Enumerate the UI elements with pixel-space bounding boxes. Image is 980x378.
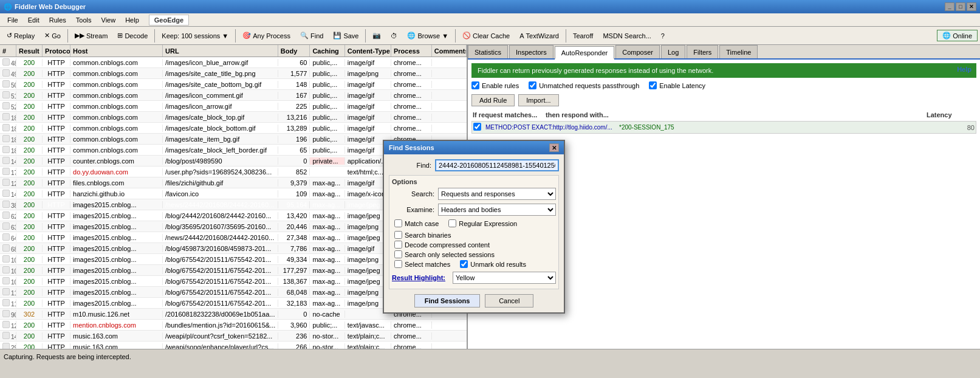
row-host: common.cnblogs.com	[70, 70, 163, 77]
camera-button[interactable]: 📷	[368, 29, 385, 43]
menu-view[interactable]: View	[97, 15, 121, 25]
row-url: /bundles/mention.js?id=20160615&...	[163, 321, 278, 329]
col-header-body[interactable]: Body	[278, 45, 310, 57]
tab-filters[interactable]: Filters	[687, 45, 718, 58]
search-select[interactable]: Requests and responses	[438, 188, 556, 200]
tab-inspectors[interactable]: Inspectors	[509, 45, 553, 58]
match-case-input[interactable]	[394, 219, 402, 227]
search-binaries-input[interactable]	[394, 231, 402, 239]
enable-latency-checkbox[interactable]: Enable Latency	[649, 81, 705, 89]
rule-checkbox[interactable]	[473, 123, 485, 132]
decode-compressed-input[interactable]	[394, 241, 402, 249]
browse-button[interactable]: 🌐 Browse ▼	[403, 29, 453, 43]
col-header-protocol[interactable]: Protocol	[43, 45, 70, 57]
table-row[interactable]: 14 200 HTTP music.163.com /weapi/pl/coun…	[0, 331, 467, 342]
find-dialog-title-text: Find Sessions	[389, 144, 434, 151]
tab-timeline[interactable]: Timeline	[719, 45, 758, 58]
col-header-url[interactable]: URL	[163, 45, 278, 57]
save-button[interactable]: 💾 Save	[329, 29, 363, 43]
tearoff-button[interactable]: Tearoff	[569, 29, 597, 43]
row-protocol: HTTP	[43, 212, 70, 219]
unmark-checkbox[interactable]: Unmark old results	[457, 260, 526, 268]
match-case-checkbox[interactable]: Match case	[392, 219, 439, 227]
clear-cache-button[interactable]: 🚫 Clear Cache	[458, 29, 514, 43]
enable-rules-checkbox[interactable]: Enable rules	[471, 81, 519, 89]
row-url: /images/site_cate_title_bg.png	[163, 70, 278, 77]
table-row[interactable]: 50 200 HTTP common.cnblogs.com /images/s…	[0, 79, 467, 90]
maximize-button[interactable]: □	[956, 2, 965, 11]
unmatched-passthrough-checkbox[interactable]: Unmatched requests passthrough	[529, 81, 639, 89]
menu-help[interactable]: Help	[120, 15, 144, 25]
table-row[interactable]: 51 200 HTTP common.cnblogs.com /images/i…	[0, 90, 467, 101]
tab-statistics[interactable]: Statistics	[468, 45, 508, 58]
import-button[interactable]: Import...	[518, 94, 558, 106]
row-content-type: image/png	[345, 70, 391, 77]
select-matches-checkbox[interactable]: Select matches	[392, 260, 450, 268]
geoedge-plugin[interactable]: GeoEdge	[149, 15, 189, 26]
col-header-caching[interactable]: Caching	[310, 45, 344, 57]
row-host: images2015.cnblog...	[70, 289, 163, 296]
minimize-button[interactable]: _	[945, 2, 954, 11]
menu-rules[interactable]: Rules	[44, 15, 71, 25]
col-header-host[interactable]: Host	[70, 45, 163, 57]
table-row[interactable]: 29 200 HTTP music.163.com /weapi/song/en…	[0, 342, 467, 349]
row-caching: public,...	[310, 103, 344, 110]
tab-log[interactable]: Log	[661, 45, 685, 58]
help-link[interactable]: Help	[952, 63, 976, 75]
decode-button[interactable]: ⊞ Decode	[113, 29, 152, 43]
msdn-search-button[interactable]: MSDN Search...	[598, 29, 655, 43]
find-input[interactable]	[435, 159, 559, 171]
menu-edit[interactable]: Edit	[23, 15, 44, 25]
add-rule-button[interactable]: Add Rule	[471, 94, 515, 106]
replay-button[interactable]: ↺ Replay	[2, 29, 39, 43]
then-label: then respond with...	[546, 111, 927, 119]
regex-checkbox[interactable]: Regular Expression	[446, 219, 517, 227]
table-row[interactable]: 52 200 HTTP common.cnblogs.com /images/i…	[0, 101, 467, 112]
row-content-type: image/gif	[345, 59, 391, 66]
table-row[interactable]: 182 200 HTTP common.cnblogs.com /images/…	[0, 123, 467, 134]
any-process-button[interactable]: 🎯 Any Process	[238, 29, 295, 43]
table-row[interactable]: 48 200 HTTP common.cnblogs.com /images/i…	[0, 57, 467, 68]
row-protocol: HTTP	[43, 201, 70, 208]
help-icon-button[interactable]: ?	[657, 29, 669, 43]
col-header-content-type[interactable]: Content-Type	[345, 45, 391, 57]
search-selected-input[interactable]	[394, 250, 402, 258]
go-button[interactable]: ✕ Go	[40, 29, 65, 43]
unmatched-passthrough-input[interactable]	[529, 81, 536, 89]
examine-select[interactable]: Headers and bodies	[438, 204, 556, 216]
unmark-input[interactable]	[460, 260, 468, 268]
enable-latency-input[interactable]	[649, 81, 657, 89]
menu-file[interactable]: File	[2, 15, 23, 25]
table-row[interactable]: 122 200 HTTP mention.cnblogs.com /bundle…	[0, 320, 467, 331]
table-row[interactable]: 181 200 HTTP common.cnblogs.com /images/…	[0, 112, 467, 123]
search-binaries-checkbox[interactable]: Search binaries	[392, 231, 556, 239]
decode-compressed-checkbox[interactable]: Decode compressed content	[392, 241, 556, 249]
menu-tools[interactable]: Tools	[71, 15, 97, 25]
enable-rules-input[interactable]	[471, 81, 479, 89]
close-button[interactable]: ✕	[967, 2, 976, 11]
find-button[interactable]: 🔍 Find	[296, 29, 327, 43]
row-url: /news/24442/201608/24442-20160...	[163, 234, 278, 241]
find-sessions-button[interactable]: Find Sessions	[414, 294, 481, 308]
select-matches-input[interactable]	[394, 260, 402, 268]
cancel-button[interactable]: Cancel	[485, 294, 533, 308]
col-header-process[interactable]: Process	[391, 45, 432, 57]
row-num: 68	[0, 244, 16, 253]
text-wizard-button[interactable]: A TextWizard	[515, 29, 563, 43]
find-dialog-close-button[interactable]: ✕	[549, 143, 559, 152]
status-bar: Capturing. Requests are being intercepte…	[0, 349, 980, 363]
tab-autoresponder[interactable]: AutoResponder	[555, 46, 614, 60]
regex-input[interactable]	[448, 219, 456, 227]
result-highlight-select[interactable]: Yellow	[453, 272, 556, 284]
col-header-comments[interactable]: Comments	[432, 45, 467, 57]
ar-rule-row[interactable]: METHOD:POST EXACT:http://tlog.hiido.com/…	[471, 121, 976, 134]
stream-button[interactable]: ▶▶ Stream	[70, 29, 112, 43]
table-row[interactable]: 49 200 HTTP common.cnblogs.com /images/s…	[0, 68, 467, 79]
tab-composer[interactable]: Composer	[615, 45, 660, 58]
col-header-num[interactable]: #	[0, 45, 16, 57]
col-header-result[interactable]: Result	[16, 45, 43, 57]
keep-sessions-button[interactable]: Keep: 100 sessions ▼	[157, 29, 233, 43]
timer-button[interactable]: ⏱	[386, 29, 402, 43]
search-selected-checkbox[interactable]: Search only selected sessions	[392, 250, 556, 258]
online-status: 🌐 Online	[937, 30, 978, 41]
